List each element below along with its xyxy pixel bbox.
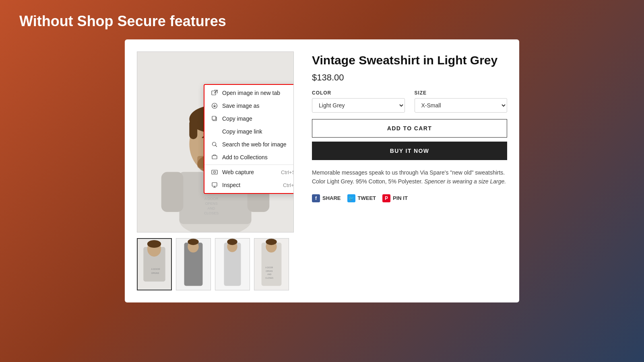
twitter-share-button[interactable]: 🐦 TWEET	[347, 194, 376, 202]
svg-text:OPENS: OPENS	[266, 270, 273, 272]
inspect-icon	[211, 181, 218, 189]
product-price: $138.00	[312, 72, 507, 83]
context-menu-item-label: Open image in new tab	[222, 90, 280, 96]
svg-rect-31	[212, 183, 217, 186]
context-menu-inspect[interactable]: Inspect Ctrl+Shift+I	[204, 179, 294, 191]
twitter-icon: 🐦	[347, 194, 355, 202]
context-menu-item-label: Copy image link	[222, 128, 262, 135]
thumbnail-2[interactable]	[176, 238, 211, 290]
save-icon	[211, 102, 218, 109]
color-select[interactable]: Light Grey Dark Grey Black White	[312, 98, 405, 113]
link-icon	[211, 128, 218, 135]
svg-text:A DOOR: A DOOR	[204, 197, 219, 201]
svg-text:AND: AND	[208, 206, 215, 210]
svg-rect-7	[189, 119, 197, 139]
main-image: A DOOR OPENS AND CLOSES Open image in ne…	[137, 51, 294, 232]
svg-text:AND: AND	[267, 274, 272, 276]
context-menu-save-image[interactable]: Save image as	[204, 99, 294, 112]
capture-icon	[211, 169, 218, 176]
size-label: SIZE	[415, 90, 508, 96]
page-title: Without Shop Secure features	[0, 0, 644, 39]
share-label: SHARE	[322, 195, 341, 201]
svg-rect-26	[212, 116, 216, 120]
pinterest-icon: P	[382, 194, 390, 202]
svg-point-45	[227, 239, 237, 245]
context-menu-item-label: Save image as	[222, 103, 260, 109]
svg-point-35	[147, 240, 161, 248]
context-menu: Open image in new tab Save image as Copy…	[204, 84, 294, 194]
pin-label: PIN IT	[393, 195, 408, 201]
collections-icon	[211, 154, 218, 161]
svg-point-41	[188, 239, 198, 245]
context-menu-copy-image[interactable]: Copy image	[204, 112, 294, 125]
product-options: COLOR Light Grey Dark Grey Black White S…	[312, 90, 507, 113]
context-menu-item-label: Web capture	[222, 169, 254, 175]
context-menu-item-label: Inspect	[222, 182, 240, 188]
size-option-group: SIZE X-Small Small Medium Large X-Large	[415, 90, 508, 113]
svg-rect-28	[212, 156, 217, 159]
context-menu-open-new-tab[interactable]: Open image in new tab	[204, 86, 294, 99]
context-menu-add-collections[interactable]: Add to Collections ›	[204, 151, 294, 164]
color-label: COLOR	[312, 90, 405, 96]
product-info: Vintage Sweatshirt in Light Grey $138.00…	[312, 51, 507, 290]
product-layout: A DOOR OPENS AND CLOSES Open image in ne…	[137, 51, 507, 290]
context-menu-item-label: Add to Collections	[222, 154, 268, 160]
thumbnail-1[interactable]: A DOOR OPENS	[137, 238, 172, 290]
context-menu-web-capture[interactable]: Web capture Ctrl+Shift+S	[204, 166, 294, 179]
svg-rect-23	[212, 91, 216, 95]
search-web-icon	[211, 141, 218, 148]
svg-rect-29	[212, 170, 217, 174]
context-menu-copy-image-link[interactable]: Copy image link	[204, 125, 294, 138]
color-option-group: COLOR Light Grey Dark Grey Black White	[312, 90, 405, 113]
product-title: Vintage Sweatshirt in Light Grey	[312, 53, 507, 68]
svg-text:A DOOR: A DOOR	[265, 267, 273, 269]
svg-text:CLOSES: CLOSES	[265, 277, 274, 279]
facebook-share-button[interactable]: f SHARE	[312, 194, 341, 202]
social-share: f SHARE 🐦 TWEET P PIN IT	[312, 194, 507, 202]
copy-icon	[211, 115, 218, 122]
context-menu-divider	[204, 165, 294, 165]
add-to-cart-button[interactable]: ADD TO CART	[312, 119, 507, 138]
svg-text:CLOSES: CLOSES	[204, 211, 219, 215]
product-images: A DOOR OPENS AND CLOSES Open image in ne…	[137, 51, 296, 290]
browser-card: A DOOR OPENS AND CLOSES Open image in ne…	[125, 39, 519, 302]
svg-point-49	[266, 239, 277, 245]
svg-text:OPENS: OPENS	[151, 272, 159, 274]
svg-text:A DOOR: A DOOR	[151, 268, 160, 270]
thumbnail-row: A DOOR OPENS	[137, 238, 296, 290]
tweet-label: TWEET	[358, 195, 376, 201]
context-menu-item-label: Copy image	[222, 115, 252, 122]
context-menu-item-label: Search the web for image	[222, 141, 287, 148]
new-tab-icon	[211, 89, 218, 97]
thumbnail-4[interactable]: A DOOR OPENS AND CLOSES	[254, 238, 289, 290]
shortcut-label: Ctrl+Shift+S	[281, 169, 294, 175]
thumbnail-3[interactable]	[215, 238, 250, 290]
svg-rect-17	[161, 172, 184, 212]
size-select[interactable]: X-Small Small Medium Large X-Large	[415, 98, 508, 113]
product-description: Memorable messages speak to us through V…	[312, 168, 507, 186]
svg-point-30	[214, 171, 216, 173]
facebook-icon: f	[312, 194, 320, 202]
context-menu-search-web[interactable]: Search the web for image	[204, 138, 294, 151]
pinterest-share-button[interactable]: P PIN IT	[382, 194, 408, 202]
shortcut-label: Ctrl+Shift+I	[283, 182, 294, 188]
buy-now-button[interactable]: BUY IT NOW	[312, 142, 507, 160]
svg-text:OPENS: OPENS	[205, 202, 217, 206]
